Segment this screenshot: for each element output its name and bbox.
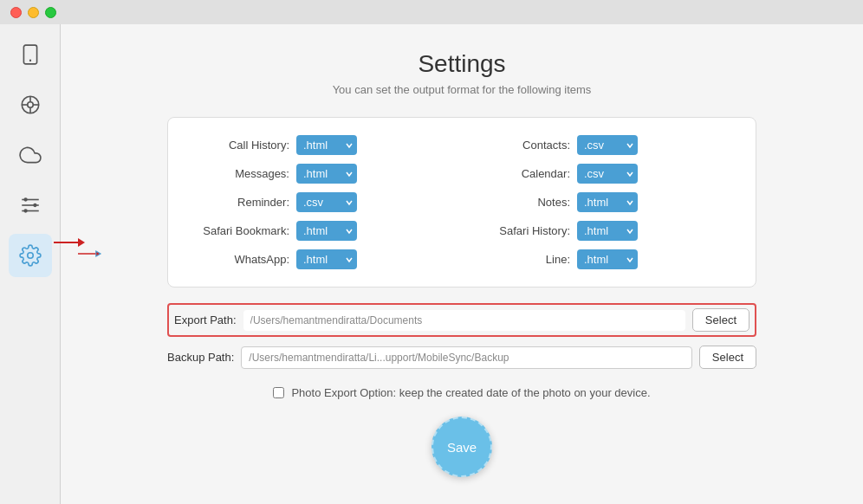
export-path-label: Export Path: bbox=[174, 313, 237, 326]
backup-path-input[interactable] bbox=[241, 346, 692, 369]
title-bar bbox=[0, 0, 863, 24]
reminder-select[interactable]: .csv.html bbox=[296, 192, 357, 212]
contacts-label: Contacts: bbox=[475, 139, 570, 152]
safari-bookmark-row: Safari Bookmark: .html.csv bbox=[194, 221, 449, 241]
messages-select[interactable]: .html.csv bbox=[296, 164, 357, 184]
safari-history-row: Safari History: .html.csv bbox=[475, 221, 730, 241]
safari-history-label: Safari History: bbox=[475, 224, 570, 237]
photo-export-checkbox[interactable] bbox=[273, 387, 284, 398]
svg-marker-16 bbox=[95, 251, 100, 256]
line-row: Line: .html.csv bbox=[475, 249, 730, 269]
safari-bookmark-label: Safari Bookmark: bbox=[194, 224, 289, 237]
settings-left-col: Call History: .html.csv Messages: .html.… bbox=[194, 135, 449, 269]
svg-point-12 bbox=[33, 204, 36, 207]
app-body: Settings You can set the output format f… bbox=[0, 24, 863, 504]
whatsapp-select[interactable]: .html.csv bbox=[296, 249, 357, 269]
call-history-row: Call History: .html.csv bbox=[194, 135, 449, 155]
sidebar-item-music[interactable] bbox=[9, 83, 52, 126]
sidebar-item-settings[interactable] bbox=[9, 234, 52, 277]
svg-point-3 bbox=[27, 102, 33, 108]
phone-icon bbox=[19, 43, 42, 66]
safari-bookmark-select[interactable]: .html.csv bbox=[296, 221, 357, 241]
svg-point-11 bbox=[23, 197, 27, 201]
messages-label: Messages: bbox=[194, 167, 289, 180]
backup-path-row: Backup Path: Select bbox=[167, 346, 756, 369]
contacts-select[interactable]: .csv.html bbox=[577, 135, 638, 155]
cloud-icon bbox=[19, 144, 42, 166]
safari-history-select[interactable]: .html.csv bbox=[577, 221, 638, 241]
settings-box: Call History: .html.csv Messages: .html.… bbox=[167, 117, 756, 288]
call-history-select[interactable]: .html.csv bbox=[296, 135, 357, 155]
export-path-input[interactable] bbox=[243, 310, 685, 331]
contacts-row: Contacts: .csv.html bbox=[475, 135, 730, 155]
sidebar-item-cloud[interactable] bbox=[9, 133, 52, 177]
save-button[interactable]: Save bbox=[432, 417, 492, 477]
minimize-button[interactable] bbox=[28, 7, 39, 18]
whatsapp-row: WhatsApp: .html.csv bbox=[194, 249, 449, 269]
messages-row: Messages: .html.csv bbox=[194, 164, 449, 184]
settings-grid: Call History: .html.csv Messages: .html.… bbox=[194, 135, 730, 269]
reminder-label: Reminder: bbox=[194, 196, 289, 209]
call-history-label: Call History: bbox=[194, 139, 289, 152]
sidebar-item-tools[interactable] bbox=[9, 184, 52, 227]
export-select-button[interactable]: Select bbox=[692, 308, 749, 332]
svg-point-14 bbox=[27, 253, 33, 259]
notes-row: Notes: .html.csv bbox=[475, 192, 730, 212]
page-title: Settings bbox=[418, 50, 505, 78]
photo-export-label: Photo Export Option: keep the created da… bbox=[291, 386, 650, 399]
music-icon bbox=[19, 94, 42, 116]
calendar-row: Calendar: .csv.html bbox=[475, 164, 730, 184]
line-select[interactable]: .html.csv bbox=[577, 249, 638, 269]
reminder-row: Reminder: .csv.html bbox=[194, 192, 449, 212]
sidebar bbox=[0, 24, 61, 504]
gear-icon bbox=[19, 244, 42, 267]
backup-path-label: Backup Path: bbox=[167, 351, 234, 364]
settings-right-col: Contacts: .csv.html Calendar: .csv.html … bbox=[475, 135, 730, 269]
export-path-row: Export Path: Select bbox=[167, 303, 756, 337]
photo-option-row: Photo Export Option: keep the created da… bbox=[273, 386, 650, 399]
svg-point-13 bbox=[23, 209, 27, 212]
line-label: Line: bbox=[475, 253, 570, 266]
calendar-label: Calendar: bbox=[475, 167, 570, 180]
whatsapp-label: WhatsApp: bbox=[194, 253, 289, 266]
path-section: Export Path: Select Backup Path: Select bbox=[167, 303, 756, 378]
close-button[interactable] bbox=[10, 7, 22, 18]
tools-icon bbox=[19, 194, 42, 216]
maximize-button[interactable] bbox=[45, 7, 56, 18]
sidebar-item-device[interactable] bbox=[9, 33, 52, 76]
backup-select-button[interactable]: Select bbox=[699, 346, 756, 369]
calendar-select[interactable]: .csv.html bbox=[577, 164, 638, 184]
notes-select[interactable]: .html.csv bbox=[577, 192, 638, 212]
page-subtitle: You can set the output format for the fo… bbox=[333, 83, 592, 96]
main-content: Settings You can set the output format f… bbox=[61, 24, 863, 504]
notes-label: Notes: bbox=[475, 196, 570, 209]
